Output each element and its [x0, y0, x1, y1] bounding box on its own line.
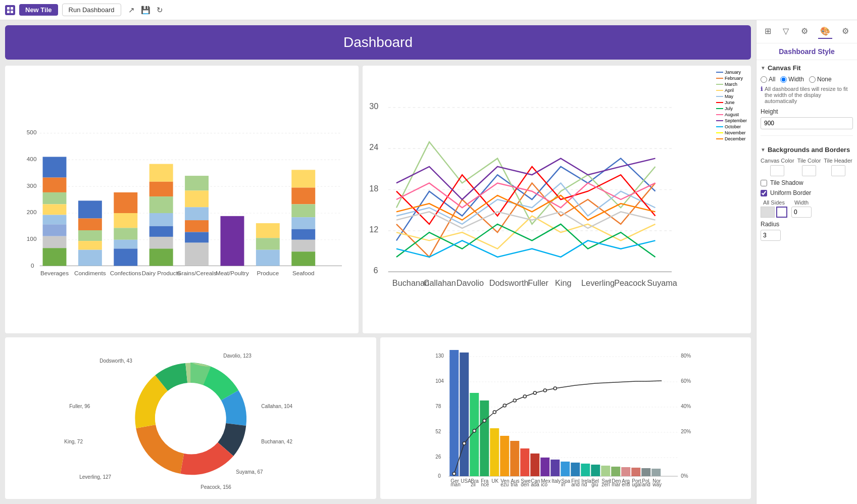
style-icon[interactable]: 🎨	[818, 24, 832, 39]
svg-rect-29	[149, 182, 173, 196]
backgrounds-borders-section: ▼ Backgrounds and Borders Canvas Color T…	[757, 142, 857, 245]
tile-color-label: Tile Color	[797, 158, 821, 164]
svg-rect-3	[11, 11, 13, 13]
y-right-label: 40%	[681, 404, 691, 409]
canvas-color-label: Canvas Color	[761, 158, 794, 164]
pareto-x-label: way	[652, 482, 662, 487]
svg-rect-44	[256, 238, 280, 249]
y-left-label: 130	[435, 353, 444, 359]
right-panel: ⊞ ▽ ⚙ 🎨 ⚙ Dashboard Style ▼ Canvas Fit A…	[756, 20, 857, 504]
x-label: Peacock	[615, 278, 646, 287]
y-left-label: 104	[435, 378, 444, 384]
svg-point-93	[523, 395, 526, 398]
x-axis-label: Produce	[257, 270, 279, 276]
new-tile-button[interactable]: New Tile	[19, 4, 58, 16]
y-axis-label: 200	[27, 209, 37, 215]
legend-item-july: July	[716, 106, 747, 111]
svg-rect-52	[291, 251, 315, 266]
svg-rect-43	[256, 223, 280, 238]
tile-shadow-row: Tile Shadow	[761, 179, 853, 186]
svg-rect-66	[460, 352, 469, 476]
border-swatch-left[interactable]	[761, 207, 775, 218]
radio-all-label: All	[769, 76, 775, 83]
svg-rect-41	[220, 216, 244, 266]
radius-input[interactable]	[761, 230, 781, 241]
pareto-x-label: nce	[481, 482, 489, 487]
legend-item-october: October	[716, 124, 747, 129]
border-box[interactable]	[776, 207, 787, 218]
canvas-fit-info: ℹ All dashboard tiles will resize to fit…	[761, 86, 853, 104]
svg-rect-38	[185, 220, 209, 232]
svg-point-89	[483, 419, 486, 422]
svg-rect-50	[291, 229, 315, 240]
canvas-fit-header[interactable]: ▼ Canvas Fit	[761, 64, 853, 72]
uniform-border-checkbox[interactable]	[761, 190, 767, 196]
x-axis-label: Beverages	[40, 270, 69, 276]
svg-rect-78	[581, 464, 590, 476]
svg-rect-73	[530, 453, 539, 476]
gear-icon[interactable]: ⚙	[840, 24, 851, 39]
svg-rect-46	[291, 170, 315, 187]
export-icon[interactable]: ↗	[127, 6, 136, 15]
svg-rect-34	[149, 248, 173, 266]
svg-rect-17	[43, 248, 67, 266]
y-right-label: 0%	[681, 473, 688, 479]
tile-color-swatch[interactable]	[802, 165, 816, 176]
all-sides-label: All Sides	[763, 199, 785, 206]
y-axis-label: 400	[27, 156, 37, 162]
svg-point-94	[533, 391, 536, 394]
legend-item-january: January	[716, 70, 747, 75]
canvas-color-group: Canvas Color	[761, 158, 794, 176]
legend-item-september: September	[716, 118, 747, 123]
radio-width[interactable]: Width	[780, 76, 804, 83]
donut-chart-tile: Davolio, 123 Callahan, 104 Buchanan, 42 …	[5, 337, 376, 499]
uniform-border-label: Uniform Border	[770, 189, 811, 196]
svg-point-58	[155, 383, 226, 453]
svg-rect-31	[149, 213, 173, 226]
radio-none[interactable]: None	[809, 76, 832, 83]
radio-none-input[interactable]	[809, 76, 816, 83]
line-chart-tile: January February March April May June Ju…	[363, 66, 751, 333]
pareto-x-label: zil	[471, 482, 475, 487]
legend-item-august: August	[716, 112, 747, 117]
save-icon[interactable]: 💾	[141, 6, 150, 15]
x-label: Leverling	[582, 278, 615, 287]
x-axis-label: Meat/Poultry	[216, 270, 249, 276]
y-label: 30	[370, 102, 379, 111]
info-icon: ℹ	[761, 86, 763, 104]
svg-rect-13	[43, 204, 67, 215]
tile-header-swatch[interactable]	[831, 165, 845, 176]
radius-label: Radius	[761, 221, 853, 228]
height-input[interactable]	[761, 117, 853, 129]
x-axis-label: Seafood	[292, 270, 315, 276]
radio-all[interactable]: All	[761, 76, 775, 83]
run-dashboard-button[interactable]: Run Dashboard	[62, 4, 121, 16]
legend-item-november: November	[716, 130, 747, 135]
filter-icon[interactable]: ▽	[781, 24, 791, 39]
svg-rect-16	[43, 236, 67, 248]
canvas-color-swatch[interactable]	[770, 165, 784, 176]
svg-rect-85	[651, 469, 661, 476]
pareto-x-label: giu	[591, 482, 598, 487]
y-left-label: 26	[435, 454, 441, 460]
width-input[interactable]	[791, 207, 812, 218]
settings-icon[interactable]: ⚙	[799, 24, 810, 39]
toolbar: New Tile Run Dashboard ↗ 💾 ↻	[0, 0, 857, 20]
tile-header-label: Tile Header	[824, 158, 852, 164]
bg-borders-header[interactable]: ▼ Backgrounds and Borders	[761, 146, 853, 154]
x-label: Fuller	[528, 278, 549, 287]
pareto-x-label: ezu	[500, 482, 509, 487]
top-charts-row: 500 400 300 200 100 0	[5, 66, 751, 333]
pareto-x-label: UK	[491, 478, 498, 484]
bottom-charts-row: Davolio, 123 Callahan, 104 Buchanan, 42 …	[5, 337, 751, 499]
radio-all-input[interactable]	[761, 76, 767, 83]
pareto-x-label: USA	[461, 478, 471, 484]
radio-width-input[interactable]	[780, 76, 787, 83]
y-axis-label: 300	[27, 182, 37, 189]
svg-rect-22	[78, 250, 102, 266]
dashboard-canvas: Dashboard 500 400 300 200 100 0	[0, 20, 756, 504]
refresh-icon[interactable]: ↻	[156, 6, 165, 15]
donut-label-leverling: Leverling, 127	[79, 474, 111, 480]
tile-shadow-checkbox[interactable]	[761, 180, 767, 186]
fields-icon[interactable]: ⊞	[763, 24, 773, 39]
